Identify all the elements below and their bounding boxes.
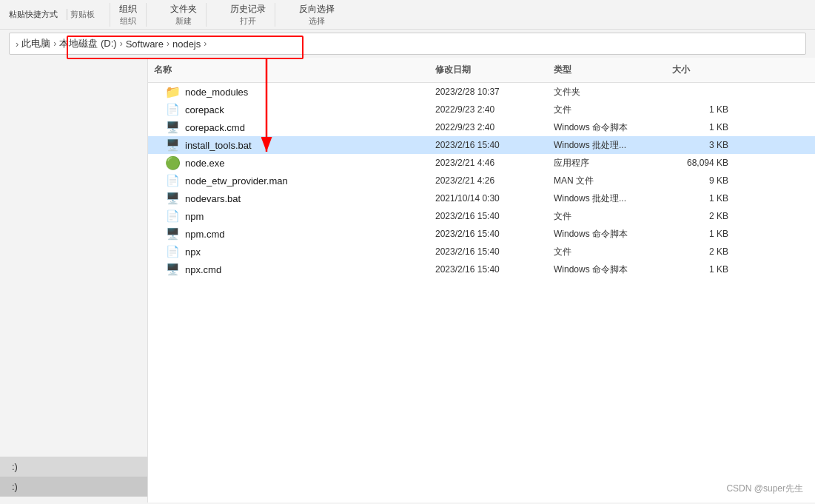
new-folder-button[interactable]: 文件夹	[170, 3, 197, 16]
file-date: 2023/2/28 10:37	[429, 87, 548, 97]
file-size: 68,094 KB	[666, 158, 740, 168]
watermark: CSDN @super先生	[726, 483, 803, 495]
group-label-new: 新建	[175, 16, 192, 27]
file-type: Windows 批处理...	[548, 192, 666, 205]
nav-back-icon[interactable]: ›	[16, 38, 19, 50]
file-type: Windows 命令脚本	[548, 263, 666, 276]
file-area: 名称 修改日期 类型 大小 📁 node_modules 2023/2/28 1…	[148, 58, 815, 503]
file-row[interactable]: 📄 npm 2023/2/16 15:40 文件 2 KB	[148, 207, 815, 225]
file-type-icon: 🟢	[166, 156, 179, 169]
file-size: 1 KB	[666, 122, 740, 132]
file-type-icon: 📄	[166, 209, 179, 223]
file-type-icon: 📁	[166, 85, 179, 98]
file-size: 9 KB	[666, 175, 740, 186]
file-name: nodevars.bat	[185, 193, 241, 204]
file-type-icon: 📄	[166, 245, 179, 258]
breadcrumb-nodejs[interactable]: nodejs	[172, 38, 201, 50]
file-row[interactable]: 🖥️ nodevars.bat 2021/10/14 0:30 Windows …	[148, 189, 815, 207]
sidebar-bottom-item-2: :)	[0, 477, 147, 497]
breadcrumb-sep-1: ›	[53, 38, 56, 49]
file-name: npm.cmd	[185, 229, 224, 240]
file-type: 应用程序	[548, 157, 666, 169]
file-name: npm	[185, 211, 204, 222]
file-row[interactable]: 📄 corepack 2022/9/23 2:40 文件 1 KB	[148, 101, 815, 118]
file-type: Windows 命令脚本	[548, 228, 666, 241]
file-type: Windows 批处理...	[548, 139, 666, 152]
file-date: 2023/2/16 15:40	[429, 140, 548, 150]
file-row[interactable]: 🟢 node.exe 2023/2/21 4:46 应用程序 68,094 KB	[148, 154, 815, 172]
file-name: node_etw_provider.man	[185, 175, 288, 187]
file-date: 2022/9/23 2:40	[429, 122, 548, 132]
file-type: Windows 命令脚本	[548, 121, 666, 134]
file-row[interactable]: 🖥️ npm.cmd 2023/2/16 15:40 Windows 命令脚本 …	[148, 225, 815, 243]
breadcrumb-software[interactable]: Software	[126, 38, 164, 50]
file-type-icon: 🖥️	[166, 192, 179, 205]
group-label-select: 选择	[309, 16, 325, 27]
file-date: 2023/2/16 15:40	[429, 264, 548, 275]
column-headers: 名称 修改日期 类型 大小	[148, 58, 815, 83]
file-type: 文件	[548, 104, 666, 116]
breadcrumb-local-disk[interactable]: 本地磁盘 (D:)	[59, 37, 116, 50]
main-layout: :) :) 名称 修改日期 类型 大小 📁 node_modules 2023/…	[0, 58, 815, 503]
file-size: 2 KB	[666, 246, 740, 257]
file-row[interactable]: 🖥️ install_tools.bat 2023/2/16 15:40 Win…	[148, 136, 815, 154]
file-row[interactable]: 📄 node_etw_provider.man 2023/2/21 4:26 M…	[148, 172, 815, 189]
file-size: 3 KB	[666, 140, 740, 150]
file-date: 2021/10/14 0:30	[429, 193, 548, 204]
file-date: 2023/2/16 15:40	[429, 246, 548, 257]
col-header-date[interactable]: 修改日期	[429, 61, 548, 79]
file-name: node_modules	[185, 87, 248, 98]
file-name: corepack.cmd	[185, 122, 245, 133]
group-label-organize: 组织	[120, 16, 136, 27]
paste-shortcut-button[interactable]: 粘贴快捷方式	[9, 9, 67, 20]
col-header-size[interactable]: 大小	[666, 61, 740, 79]
file-type-icon: 🖥️	[166, 227, 179, 241]
breadcrumb-this-pc[interactable]: 此电脑	[21, 37, 50, 50]
file-type-icon: 🖥️	[166, 138, 179, 152]
file-date: 2023/2/21 4:46	[429, 158, 548, 168]
file-date: 2023/2/16 15:40	[429, 211, 548, 221]
address-bar[interactable]: › 此电脑 › 本地磁盘 (D:) › Software › nodejs ›	[9, 33, 806, 55]
file-size: 1 KB	[666, 193, 740, 204]
sidebar-bottom-item-1: :)	[0, 457, 147, 477]
file-date: 2023/2/21 4:26	[429, 175, 548, 186]
toolbar: 粘贴快捷方式 剪贴板 组织 组织 文件夹 新建 历史记录 打开 反向选择 选择	[0, 0, 815, 30]
breadcrumb-sep-2: ›	[120, 38, 123, 49]
file-row[interactable]: 📄 npx 2023/2/16 15:40 文件 2 KB	[148, 243, 815, 261]
breadcrumb-sep-4: ›	[204, 38, 207, 49]
file-type: MAN 文件	[548, 175, 666, 187]
sidebar: :) :)	[0, 58, 148, 503]
col-header-type[interactable]: 类型	[548, 61, 666, 79]
file-row[interactable]: 🖥️ npx.cmd 2023/2/16 15:40 Windows 命令脚本 …	[148, 261, 815, 278]
file-date: 2023/2/16 15:40	[429, 229, 548, 239]
file-type-icon: 📄	[166, 103, 179, 116]
breadcrumb-sep-3: ›	[167, 38, 170, 49]
history-button[interactable]: 历史记录	[230, 3, 266, 16]
file-name: install_tools.bat	[185, 140, 252, 151]
file-name: npx.cmd	[185, 264, 221, 275]
invert-selection-button[interactable]: 反向选择	[299, 3, 335, 16]
file-type: 文件	[548, 246, 666, 258]
organize-button[interactable]: 组织	[119, 3, 137, 16]
file-name: node.exe	[185, 158, 225, 169]
file-type-icon: 🖥️	[166, 121, 179, 134]
file-size: 1 KB	[666, 104, 740, 115]
col-header-name[interactable]: 名称	[148, 61, 429, 79]
file-type: 文件	[548, 210, 666, 223]
sidebar-bottom: :) :)	[0, 457, 147, 497]
file-type-icon: 🖥️	[166, 263, 179, 276]
file-date: 2022/9/23 2:40	[429, 104, 548, 115]
group-label-open: 打开	[240, 16, 256, 27]
file-type: 文件夹	[548, 86, 666, 98]
file-name: npx	[185, 246, 201, 258]
file-size: 1 KB	[666, 264, 740, 275]
file-size: 2 KB	[666, 211, 740, 221]
file-row[interactable]: 🖥️ corepack.cmd 2022/9/23 2:40 Windows 命…	[148, 118, 815, 136]
file-size: 1 KB	[666, 229, 740, 239]
file-row[interactable]: 📁 node_modules 2023/2/28 10:37 文件夹	[148, 83, 815, 101]
file-list: 📁 node_modules 2023/2/28 10:37 文件夹 📄 cor…	[148, 83, 815, 503]
file-type-icon: 📄	[166, 174, 179, 187]
group-label-clipboard: 剪贴板	[70, 9, 95, 20]
file-name: corepack	[185, 104, 224, 115]
